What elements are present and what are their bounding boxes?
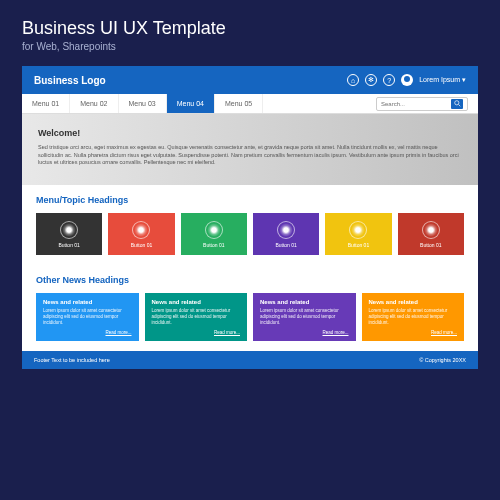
tile-label: Button 01 [348,242,369,248]
news-card-3[interactable]: News and relatedLorem ipsum dolor sit am… [253,293,356,341]
hero-title: Welcome! [38,128,462,138]
hero-text: Sed tristique orci arcu, eget maximus ex… [38,144,462,167]
topbar: Business Logo ⌂ ✻ ? Lorem Ipsum ▾ [22,66,478,94]
hero-banner: Welcome! Sed tristique orci arcu, eget m… [22,114,478,185]
tile-label: Button 01 [203,242,224,248]
card-title: News and related [152,299,241,305]
read-more-link[interactable]: Read more... [43,330,132,335]
topic-tile-5[interactable]: Button 01 [325,213,391,255]
search-icon [454,100,461,107]
topic-tile-2[interactable]: Button 01 [108,213,174,255]
card-title: News and related [260,299,349,305]
news-card-4[interactable]: News and relatedLorem ipsum dolor sit am… [362,293,465,341]
gear-icon[interactable]: ✻ [365,74,377,86]
menu-item-1[interactable]: Menu 01 [22,94,70,113]
footer-left: Footer Text to be included here [34,357,110,363]
news-cards: News and relatedLorem ipsum dolor sit am… [36,293,464,341]
tile-label: Button 01 [275,242,296,248]
menu-item-5[interactable]: Menu 05 [215,94,263,113]
circle-icon [205,221,223,239]
search-input[interactable] [381,101,451,107]
circle-icon [132,221,150,239]
menu-item-4[interactable]: Menu 04 [167,94,215,113]
navbar: Menu 01Menu 02Menu 03Menu 04Menu 05 [22,94,478,114]
circle-icon [277,221,295,239]
search-box [376,97,468,111]
user-avatar-icon[interactable] [401,74,413,86]
help-icon[interactable]: ? [383,74,395,86]
topic-tile-1[interactable]: Button 01 [36,213,102,255]
topbar-actions: ⌂ ✻ ? Lorem Ipsum ▾ [347,74,466,86]
topic-tile-3[interactable]: Button 01 [181,213,247,255]
page-subtitle: for Web, Sharepoints [22,41,478,52]
footer-right: © Copyrights 20XX [419,357,466,363]
news-card-1[interactable]: News and relatedLorem ipsum dolor sit am… [36,293,139,341]
home-icon[interactable]: ⌂ [347,74,359,86]
topic-tile-4[interactable]: Button 01 [253,213,319,255]
card-text: Lorem ipsum dolor sit amet consectetur a… [152,308,241,326]
svg-point-0 [454,101,458,105]
card-text: Lorem ipsum dolor sit amet consectetur a… [43,308,132,326]
circle-icon [422,221,440,239]
user-menu[interactable]: Lorem Ipsum ▾ [419,76,466,84]
tile-label: Button 01 [131,242,152,248]
card-text: Lorem ipsum dolor sit amet consectetur a… [260,308,349,326]
topics-heading: Menu/Topic Headings [36,195,464,205]
topic-tiles: Button 01Button 01Button 01Button 01Butt… [36,213,464,255]
page-title: Business UI UX Template [22,18,478,39]
read-more-link[interactable]: Read more... [369,330,458,335]
tile-label: Button 01 [58,242,79,248]
news-section: Other News Headings News and relatedLore… [22,265,478,351]
footer: Footer Text to be included here © Copyri… [22,351,478,369]
read-more-link[interactable]: Read more... [260,330,349,335]
card-title: News and related [369,299,458,305]
svg-line-1 [458,105,460,107]
tile-label: Button 01 [420,242,441,248]
circle-icon [349,221,367,239]
menu-item-3[interactable]: Menu 03 [119,94,167,113]
topics-section: Menu/Topic Headings Button 01Button 01Bu… [22,185,478,265]
news-heading: Other News Headings [36,275,464,285]
card-title: News and related [43,299,132,305]
news-card-2[interactable]: News and relatedLorem ipsum dolor sit am… [145,293,248,341]
template-frame: Business Logo ⌂ ✻ ? Lorem Ipsum ▾ Menu 0… [22,66,478,369]
logo[interactable]: Business Logo [34,75,106,86]
card-text: Lorem ipsum dolor sit amet consectetur a… [369,308,458,326]
main-menu: Menu 01Menu 02Menu 03Menu 04Menu 05 [22,94,263,113]
topic-tile-6[interactable]: Button 01 [398,213,464,255]
read-more-link[interactable]: Read more... [152,330,241,335]
circle-icon [60,221,78,239]
menu-item-2[interactable]: Menu 02 [70,94,118,113]
search-button[interactable] [451,99,463,109]
